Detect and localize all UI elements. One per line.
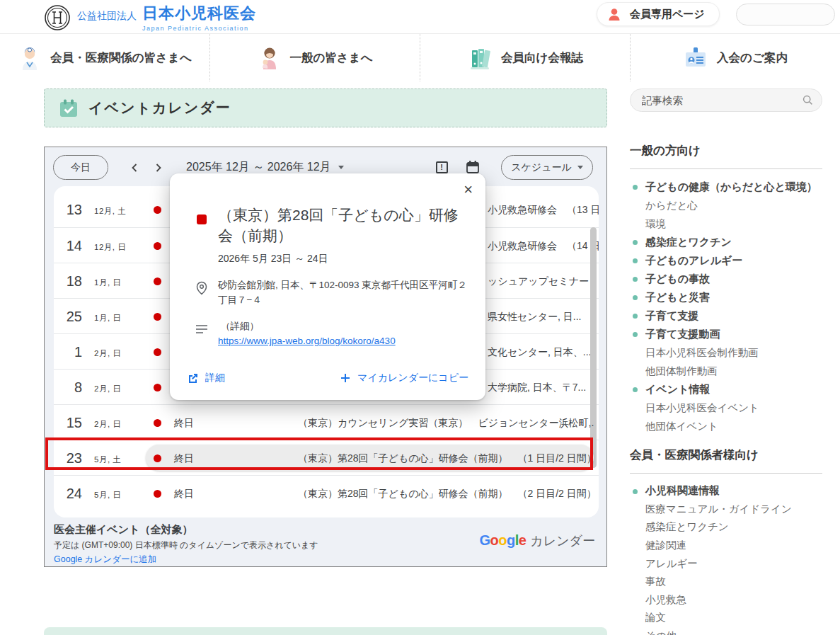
copy-label: マイカレンダーにコピー xyxy=(357,372,468,384)
row-date: 2月, 日 xyxy=(94,348,121,359)
event-dot-icon xyxy=(154,313,161,321)
row-event-title[interactable]: （東京）第28回「子どもの心」研修会（前期） （2 日目/2 日間） xyxy=(298,488,594,500)
sidebar-sublink[interactable]: からだと心 xyxy=(630,196,822,214)
agenda-row-feb15[interactable]: 15 2月, 日 終日 （東京）カウンセリング実習（東京） ビジョンセンター浜松… xyxy=(54,404,599,440)
chevron-down-icon xyxy=(577,166,583,169)
event-description-label: （詳細） xyxy=(221,320,259,333)
row-event-fragment: 小児救急研修会 （14 日 xyxy=(488,240,599,253)
bullet-icon xyxy=(633,489,638,494)
prev-period-button[interactable] xyxy=(124,155,145,180)
event-dot-icon xyxy=(154,490,161,498)
sidebar-sublink[interactable]: 健診関連 xyxy=(630,537,822,555)
location-pin-icon xyxy=(195,281,208,295)
sidebar-link[interactable]: 子どもと災害 xyxy=(630,288,822,307)
nav-general-public[interactable]: 一般の皆さまへ xyxy=(209,34,420,81)
timezone-note: 予定は (GMT+09:00) 日本標準時 のタイムゾーンで表示されています xyxy=(54,539,318,551)
row-event-fragment: ッシュアップセミナー （ xyxy=(488,275,599,288)
event-detail-popup: × （東京）第28回「子どもの心」研修会（前期） 2026年 5月 23日 ～ … xyxy=(170,173,485,400)
sidebar-sublink[interactable]: 他団体制作動画 xyxy=(630,362,822,380)
site-header: 公益社団法人 日本小児科医会 Japan Pediatric Associati… xyxy=(0,0,840,34)
calendar-check-icon xyxy=(59,98,79,118)
plus-icon xyxy=(340,372,351,384)
nav-members-medical[interactable]: 会員・医療関係の皆さまへ xyxy=(0,34,209,81)
sidebar-heading-general: 一般の方向け xyxy=(630,143,822,169)
page: 公益社団法人 日本小児科医会 Japan Pediatric Associati… xyxy=(0,0,840,635)
sidebar-link[interactable]: 子どもの健康（からだと心と環境） xyxy=(630,178,822,196)
today-button[interactable]: 今日 xyxy=(53,155,108,180)
sidebar-sublink[interactable]: その他 xyxy=(630,627,822,635)
row-event-fragment: 県女性センター, 日... xyxy=(488,311,599,324)
sidebar-link[interactable]: 感染症とワクチン xyxy=(630,233,822,251)
event-details-link[interactable]: 詳細 xyxy=(187,372,225,384)
member-page-button[interactable]: 会員専用ページ xyxy=(597,2,720,26)
sidebar: 一般の方向け 子どもの健康（からだと心と環境） からだと心 環境 感染症とワクチ… xyxy=(630,88,822,635)
row-day: 15 xyxy=(64,415,82,431)
row-day: 14 xyxy=(64,238,82,254)
sidebar-sublink[interactable]: 環境 xyxy=(630,214,822,233)
sidebar-sublink[interactable]: アレルギー xyxy=(630,554,822,573)
sidebar-link[interactable]: 子育て支援 xyxy=(630,307,822,325)
sidebar-link[interactable]: イベント情報 xyxy=(630,380,822,399)
sidebar-link[interactable]: 子どもの事故 xyxy=(630,270,822,288)
nav-member-journal[interactable]: 会員向け会報誌 xyxy=(420,34,630,81)
books-icon xyxy=(467,45,493,71)
sidebar-heading-members: 会員・医療関係者様向け xyxy=(630,447,822,474)
nav-member-journal-label: 会員向け会報誌 xyxy=(501,50,583,66)
agenda-row-may23-highlighted[interactable]: 23 5月, 土 終日 （東京）第28回「子どもの心」研修会（前期） （1 日目… xyxy=(54,440,599,475)
chevron-down-icon xyxy=(338,166,344,169)
article-search-input[interactable] xyxy=(631,95,802,106)
main-nav: 会員・医療関係の皆さまへ 一般の皆さまへ xyxy=(0,34,840,81)
row-event-title[interactable]: （東京）第28回「子どもの心」研修会（前期） （1 日目/2 日間） xyxy=(298,452,594,465)
search-icon[interactable] xyxy=(802,95,813,105)
row-date: 12月, 土 xyxy=(94,206,126,217)
copy-to-my-calendar-button[interactable]: マイカレンダーにコピー xyxy=(340,372,468,384)
row-date: 2月, 日 xyxy=(94,384,121,394)
row-day: 25 xyxy=(64,309,82,325)
row-day: 18 xyxy=(64,273,82,290)
sidebar-sublink[interactable]: 論文 xyxy=(630,609,822,627)
google-logo: Google xyxy=(479,532,526,549)
event-dot-icon xyxy=(154,278,161,285)
sidebar-sublink[interactable]: 日本小児科医会制作動画 xyxy=(630,343,822,362)
sidebar-sublink[interactable]: 日本小児科医会イベント xyxy=(630,399,822,417)
sidebar-link[interactable]: 子育て支援動画 xyxy=(630,325,822,343)
add-to-google-calendar-link[interactable]: Google カレンダーに追加 xyxy=(54,554,156,566)
site-search-input[interactable] xyxy=(737,9,840,20)
close-icon[interactable]: × xyxy=(464,182,473,198)
row-date: 5月, 土 xyxy=(94,454,121,465)
article-search[interactable] xyxy=(630,88,822,112)
date-range-label: 2025年 12月 ～ 2026年 12月 xyxy=(186,160,331,175)
sidebar-link[interactable]: 子どものアレルギー xyxy=(630,251,822,270)
view-selector[interactable]: スケジュール xyxy=(501,155,593,180)
sidebar-sublink[interactable]: 感染症とワクチン xyxy=(630,518,822,537)
member-page-label: 会員専用ページ xyxy=(630,8,705,21)
sidebar-link[interactable]: 小児科関連情報 xyxy=(630,482,822,500)
sidebar-sublink[interactable]: 事故 xyxy=(630,573,822,591)
event-location: 砂防会館別館, 日本、〒102-0093 東京都千代田区平河町２丁目７−４ xyxy=(218,278,470,308)
sidebar-sublink[interactable]: 小児救急 xyxy=(630,591,822,610)
doctor-icon xyxy=(18,45,42,71)
event-dates: 2026年 5月 23日 ～ 24日 xyxy=(218,253,328,265)
next-period-button[interactable] xyxy=(148,155,169,180)
calendar-scrollbar[interactable] xyxy=(590,227,597,468)
row-event-title[interactable]: （東京）カウンセリング実習（東京） ビジョンセンター浜松町,... xyxy=(298,417,594,430)
sidebar-sublink[interactable]: 医療マニュアル・ガイドライン xyxy=(630,500,822,519)
site-search[interactable] xyxy=(736,4,835,25)
row-event-fragment: 小児救急研修会 （13 日 xyxy=(488,204,599,217)
site-logo[interactable]: 公益社団法人 日本小児科医会 Japan Pediatric Associati… xyxy=(44,3,256,32)
bullet-icon xyxy=(633,185,638,190)
google-calendar-brand[interactable]: Google カレンダー xyxy=(479,532,595,549)
description-lines-icon xyxy=(195,324,208,333)
agenda-row-may24[interactable]: 24 5月, 日 終日 （東京）第28回「子どもの心」研修会（前期） （2 日目… xyxy=(54,475,599,510)
membership-card-icon xyxy=(683,45,708,71)
popup-footer: 詳細 マイカレンダーにコピー xyxy=(187,372,468,384)
event-title: （東京）第28回「子どもの心」研修会（前期） xyxy=(218,205,467,246)
row-day: 23 xyxy=(64,450,82,467)
org-name: 日本小児科医会 xyxy=(142,3,256,24)
sidebar-sublink[interactable]: 他団体イベント xyxy=(630,417,822,435)
row-day: 8 xyxy=(64,379,82,396)
nav-admission-guide[interactable]: 入会のご案内 xyxy=(630,34,840,81)
event-description-link[interactable]: https://www.jpa-web.org/blog/kokoro/a430 xyxy=(218,336,396,346)
google-calendar-label: カレンダー xyxy=(530,532,595,549)
person-icon xyxy=(606,6,623,23)
